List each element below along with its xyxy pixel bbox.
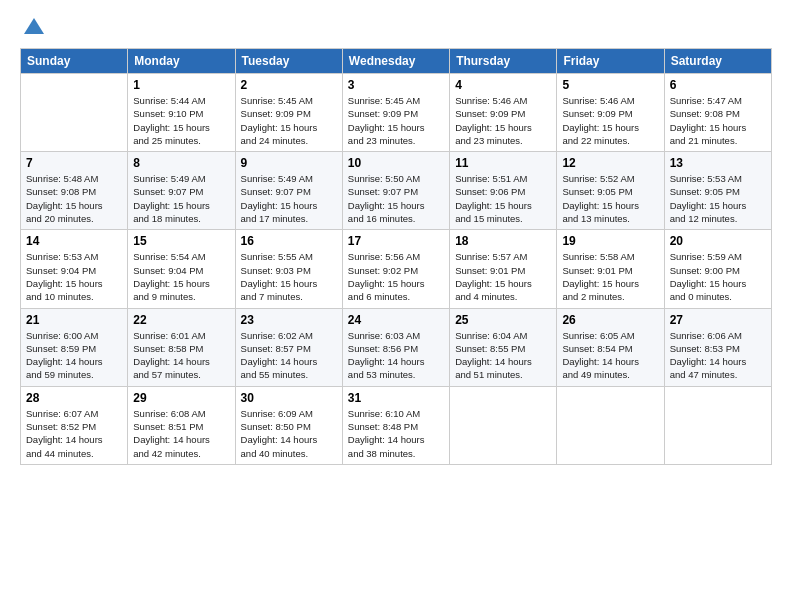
day-number: 29 [133, 391, 229, 405]
day-number: 6 [670, 78, 766, 92]
day-number: 28 [26, 391, 122, 405]
page: SundayMondayTuesdayWednesdayThursdayFrid… [0, 0, 792, 612]
day-info: Sunrise: 6:06 AMSunset: 8:53 PMDaylight:… [670, 329, 766, 382]
calendar-cell: 19Sunrise: 5:58 AMSunset: 9:01 PMDayligh… [557, 230, 664, 308]
day-number: 3 [348, 78, 444, 92]
logo [20, 16, 46, 40]
calendar-cell: 13Sunrise: 5:53 AMSunset: 9:05 PMDayligh… [664, 152, 771, 230]
calendar-cell: 25Sunrise: 6:04 AMSunset: 8:55 PMDayligh… [450, 308, 557, 386]
svg-marker-0 [24, 18, 44, 34]
day-info: Sunrise: 6:10 AMSunset: 8:48 PMDaylight:… [348, 407, 444, 460]
calendar-table: SundayMondayTuesdayWednesdayThursdayFrid… [20, 48, 772, 465]
day-info: Sunrise: 5:56 AMSunset: 9:02 PMDaylight:… [348, 250, 444, 303]
day-info: Sunrise: 5:46 AMSunset: 9:09 PMDaylight:… [455, 94, 551, 147]
calendar-cell [21, 74, 128, 152]
day-number: 30 [241, 391, 337, 405]
calendar-cell: 4Sunrise: 5:46 AMSunset: 9:09 PMDaylight… [450, 74, 557, 152]
day-info: Sunrise: 5:49 AMSunset: 9:07 PMDaylight:… [133, 172, 229, 225]
calendar-cell: 28Sunrise: 6:07 AMSunset: 8:52 PMDayligh… [21, 386, 128, 464]
day-number: 15 [133, 234, 229, 248]
day-info: Sunrise: 6:08 AMSunset: 8:51 PMDaylight:… [133, 407, 229, 460]
header [20, 16, 772, 40]
day-info: Sunrise: 6:07 AMSunset: 8:52 PMDaylight:… [26, 407, 122, 460]
calendar-cell: 1Sunrise: 5:44 AMSunset: 9:10 PMDaylight… [128, 74, 235, 152]
day-info: Sunrise: 5:51 AMSunset: 9:06 PMDaylight:… [455, 172, 551, 225]
calendar-cell: 3Sunrise: 5:45 AMSunset: 9:09 PMDaylight… [342, 74, 449, 152]
logo-icon [22, 16, 46, 40]
calendar-header-monday: Monday [128, 49, 235, 74]
day-info: Sunrise: 5:46 AMSunset: 9:09 PMDaylight:… [562, 94, 658, 147]
calendar-cell: 2Sunrise: 5:45 AMSunset: 9:09 PMDaylight… [235, 74, 342, 152]
day-number: 9 [241, 156, 337, 170]
day-info: Sunrise: 5:44 AMSunset: 9:10 PMDaylight:… [133, 94, 229, 147]
calendar-cell [557, 386, 664, 464]
day-number: 27 [670, 313, 766, 327]
day-number: 19 [562, 234, 658, 248]
day-number: 1 [133, 78, 229, 92]
day-info: Sunrise: 5:47 AMSunset: 9:08 PMDaylight:… [670, 94, 766, 147]
calendar-cell: 6Sunrise: 5:47 AMSunset: 9:08 PMDaylight… [664, 74, 771, 152]
calendar-cell: 18Sunrise: 5:57 AMSunset: 9:01 PMDayligh… [450, 230, 557, 308]
day-number: 12 [562, 156, 658, 170]
day-number: 10 [348, 156, 444, 170]
calendar-cell: 7Sunrise: 5:48 AMSunset: 9:08 PMDaylight… [21, 152, 128, 230]
day-number: 22 [133, 313, 229, 327]
day-info: Sunrise: 5:55 AMSunset: 9:03 PMDaylight:… [241, 250, 337, 303]
day-number: 26 [562, 313, 658, 327]
day-number: 4 [455, 78, 551, 92]
day-number: 16 [241, 234, 337, 248]
calendar-header-saturday: Saturday [664, 49, 771, 74]
day-number: 23 [241, 313, 337, 327]
calendar-cell: 10Sunrise: 5:50 AMSunset: 9:07 PMDayligh… [342, 152, 449, 230]
day-number: 7 [26, 156, 122, 170]
day-info: Sunrise: 5:58 AMSunset: 9:01 PMDaylight:… [562, 250, 658, 303]
calendar-cell: 5Sunrise: 5:46 AMSunset: 9:09 PMDaylight… [557, 74, 664, 152]
day-number: 17 [348, 234, 444, 248]
calendar-week-row: 28Sunrise: 6:07 AMSunset: 8:52 PMDayligh… [21, 386, 772, 464]
day-info: Sunrise: 5:45 AMSunset: 9:09 PMDaylight:… [241, 94, 337, 147]
calendar-cell: 29Sunrise: 6:08 AMSunset: 8:51 PMDayligh… [128, 386, 235, 464]
calendar-cell: 30Sunrise: 6:09 AMSunset: 8:50 PMDayligh… [235, 386, 342, 464]
calendar-cell [450, 386, 557, 464]
calendar-cell: 22Sunrise: 6:01 AMSunset: 8:58 PMDayligh… [128, 308, 235, 386]
calendar-cell: 17Sunrise: 5:56 AMSunset: 9:02 PMDayligh… [342, 230, 449, 308]
calendar-cell [664, 386, 771, 464]
calendar-header-wednesday: Wednesday [342, 49, 449, 74]
day-info: Sunrise: 6:04 AMSunset: 8:55 PMDaylight:… [455, 329, 551, 382]
calendar-cell: 27Sunrise: 6:06 AMSunset: 8:53 PMDayligh… [664, 308, 771, 386]
day-number: 5 [562, 78, 658, 92]
calendar-cell: 15Sunrise: 5:54 AMSunset: 9:04 PMDayligh… [128, 230, 235, 308]
calendar-header-friday: Friday [557, 49, 664, 74]
day-info: Sunrise: 6:02 AMSunset: 8:57 PMDaylight:… [241, 329, 337, 382]
day-info: Sunrise: 5:45 AMSunset: 9:09 PMDaylight:… [348, 94, 444, 147]
calendar-header-sunday: Sunday [21, 49, 128, 74]
calendar-cell: 12Sunrise: 5:52 AMSunset: 9:05 PMDayligh… [557, 152, 664, 230]
day-info: Sunrise: 6:00 AMSunset: 8:59 PMDaylight:… [26, 329, 122, 382]
day-info: Sunrise: 5:52 AMSunset: 9:05 PMDaylight:… [562, 172, 658, 225]
calendar-header-row: SundayMondayTuesdayWednesdayThursdayFrid… [21, 49, 772, 74]
day-number: 2 [241, 78, 337, 92]
day-number: 21 [26, 313, 122, 327]
calendar-cell: 16Sunrise: 5:55 AMSunset: 9:03 PMDayligh… [235, 230, 342, 308]
day-info: Sunrise: 6:09 AMSunset: 8:50 PMDaylight:… [241, 407, 337, 460]
calendar-week-row: 21Sunrise: 6:00 AMSunset: 8:59 PMDayligh… [21, 308, 772, 386]
calendar-header-thursday: Thursday [450, 49, 557, 74]
calendar-week-row: 14Sunrise: 5:53 AMSunset: 9:04 PMDayligh… [21, 230, 772, 308]
calendar-cell: 23Sunrise: 6:02 AMSunset: 8:57 PMDayligh… [235, 308, 342, 386]
calendar-cell: 20Sunrise: 5:59 AMSunset: 9:00 PMDayligh… [664, 230, 771, 308]
day-number: 11 [455, 156, 551, 170]
calendar-week-row: 7Sunrise: 5:48 AMSunset: 9:08 PMDaylight… [21, 152, 772, 230]
day-number: 14 [26, 234, 122, 248]
day-info: Sunrise: 5:48 AMSunset: 9:08 PMDaylight:… [26, 172, 122, 225]
day-number: 20 [670, 234, 766, 248]
calendar-cell: 24Sunrise: 6:03 AMSunset: 8:56 PMDayligh… [342, 308, 449, 386]
calendar-header-tuesday: Tuesday [235, 49, 342, 74]
calendar-cell: 26Sunrise: 6:05 AMSunset: 8:54 PMDayligh… [557, 308, 664, 386]
day-number: 25 [455, 313, 551, 327]
day-number: 8 [133, 156, 229, 170]
calendar-cell: 8Sunrise: 5:49 AMSunset: 9:07 PMDaylight… [128, 152, 235, 230]
day-info: Sunrise: 5:53 AMSunset: 9:04 PMDaylight:… [26, 250, 122, 303]
calendar-cell: 11Sunrise: 5:51 AMSunset: 9:06 PMDayligh… [450, 152, 557, 230]
calendar-cell: 21Sunrise: 6:00 AMSunset: 8:59 PMDayligh… [21, 308, 128, 386]
day-info: Sunrise: 5:59 AMSunset: 9:00 PMDaylight:… [670, 250, 766, 303]
